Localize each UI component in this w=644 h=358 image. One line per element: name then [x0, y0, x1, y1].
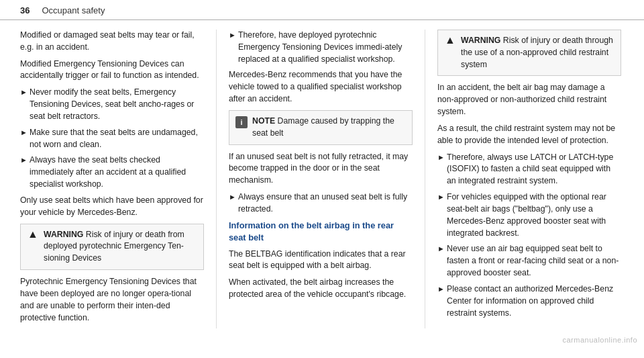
col2-para3: The BELTBAG identification indicates tha…	[229, 249, 413, 273]
col1-bullet-1: ► Never modify the seat belts, Emergency…	[20, 87, 204, 122]
col1-para1: Modified or damaged seat belts may tear …	[20, 30, 204, 54]
col3-bullet-3-text: Never use an air bag equipped seat belt …	[447, 243, 621, 279]
page-title: Occupant safety	[42, 5, 105, 15]
col-divider-2	[425, 30, 425, 328]
col1-bullet-2-text: Make sure that the seat belts are undama…	[30, 127, 204, 151]
note-icon: i	[235, 116, 248, 128]
col3-bullet-3: ► Never use an air bag equipped seat bel…	[437, 243, 621, 279]
col1-bullet-1-text: Never modify the seat belts, Emergency T…	[30, 87, 204, 122]
page-header: 36 Occupant safety	[0, 0, 644, 20]
col1-bullet-2: ► Make sure that the seat belts are unda…	[20, 127, 204, 151]
col3-para2: As a result, the child restraint system …	[437, 123, 621, 147]
col1-para2: Modified Emergency Tensioning Devices ca…	[20, 58, 204, 83]
bullet-arrow-icon: ►	[437, 192, 447, 239]
col2-note-text: NOTE Damage caused by trapping the seat …	[252, 116, 406, 140]
col3-bullet-4-text: Please contact an authorized Mercedes-Be…	[447, 283, 621, 319]
bullet-arrow-icon: ►	[20, 87, 30, 122]
col1-para4: Pyrotechnic Emergency Tensioning Devices…	[20, 276, 204, 324]
col1-warning-text: WARNING Risk of injury or death from dep…	[44, 229, 197, 265]
col3-warning-text: WARNING Risk of injury or death through …	[461, 35, 614, 71]
warning-triangle-icon: ▲	[27, 228, 39, 240]
col-divider-1	[216, 30, 217, 328]
col3-bullet-4: ► Please contact an authorized Mercedes-…	[437, 283, 621, 319]
col2-note-box: i NOTE Damage caused by trapping the sea…	[229, 110, 413, 145]
col2-section-heading: Information on the belt airbag in the re…	[229, 220, 413, 244]
col3-bullet-2-text: For vehicles equipped with the optional …	[447, 191, 621, 239]
col3-bullet-1: ► Therefore, always use LATCH or LATCH-t…	[437, 152, 621, 187]
bullet-arrow-icon: ►	[20, 155, 30, 190]
bullet-arrow-icon: ►	[229, 30, 238, 65]
page-number: 36	[20, 5, 30, 15]
column-3: ▲ WARNING Risk of injury or death throug…	[428, 30, 631, 328]
col2-bullet-2: ► Always ensure that an unused seat belt…	[229, 191, 413, 216]
col3-bullet-1-text: Therefore, always use LATCH or LATCH-typ…	[447, 152, 621, 187]
col1-bullet-3-text: Always have the seat belts checked immed…	[30, 154, 204, 190]
col3-warning-box: ▲ WARNING Risk of injury or death throug…	[437, 30, 621, 76]
watermark: carmanualonline.info	[555, 334, 644, 346]
bullet-arrow-icon: ►	[229, 192, 238, 216]
col2-para1: Mercedes-Benz recommends that you have t…	[229, 69, 413, 105]
col1-bullet-3: ► Always have the seat belts checked imm…	[20, 154, 204, 190]
bullet-arrow-icon: ►	[437, 152, 447, 187]
bullet-arrow-icon: ►	[437, 244, 447, 279]
column-1: Modified or damaged seat belts may tear …	[13, 30, 213, 328]
warning-triangle-icon: ▲	[444, 34, 456, 46]
col2-bullet-2-text: Always ensure that an unused seat belt i…	[238, 191, 413, 216]
bullet-arrow-icon: ►	[437, 284, 447, 319]
col3-para1: In an accident, the belt air bag may dam…	[437, 82, 621, 118]
col2-bullet-1-text: Therefore, have deployed pyrotechnic Eme…	[238, 30, 413, 65]
col2-para4: When activated, the belt airbag increase…	[229, 277, 413, 301]
col2-para2: If an unused seat belt is not fully retr…	[229, 151, 413, 187]
column-2: ► Therefore, have deployed pyrotechnic E…	[219, 30, 422, 328]
col1-warning-box: ▲ WARNING Risk of injury or death from d…	[20, 224, 204, 270]
col3-bullet-2: ► For vehicles equipped with the optiona…	[437, 191, 621, 239]
col1-para3: Only use seat belts which have been appr…	[20, 195, 204, 219]
col2-bullet-1: ► Therefore, have deployed pyrotechnic E…	[229, 30, 413, 65]
bullet-arrow-icon: ►	[20, 128, 30, 151]
